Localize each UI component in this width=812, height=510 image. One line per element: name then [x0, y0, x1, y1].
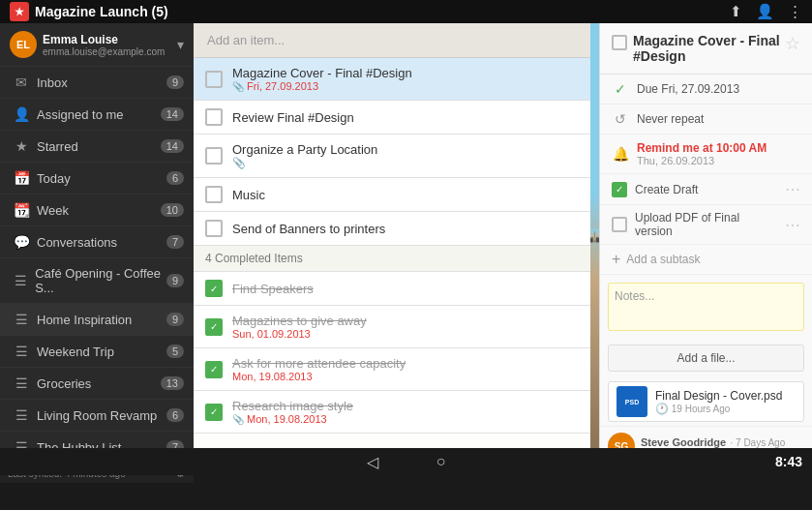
add-item-bar[interactable]: Add an item... — [194, 23, 590, 58]
today-icon: 📅 — [14, 170, 29, 186]
detail-reminder-row[interactable]: 🔔 Remind me at 10:00 AM Thu, 26.09.2013 — [600, 135, 812, 174]
sidebar-label-week: Week — [37, 203, 69, 218]
subtask-2-options[interactable]: ⋯ — [785, 216, 800, 234]
comment-age: · 7 Days Ago — [730, 437, 785, 448]
sidebar-item-home-inspiration[interactable]: ☰ Home Inspiration 9 — [0, 304, 194, 336]
back-button[interactable]: ◁ — [367, 453, 378, 471]
app-logo-icon: ★ — [10, 2, 29, 21]
completed-title-4: Research image style — [232, 399, 579, 413]
detail-repeat-row[interactable]: ↺ Never repeat — [600, 105, 812, 135]
task-title-2: Review Final #Design — [232, 110, 579, 125]
detail-panel: Magazine Cover - Final #Design ☆ ✓ Due F… — [599, 23, 812, 448]
sidebar-label-today: Today — [37, 171, 71, 186]
sidebar-item-living-room[interactable]: ☰ Living Room Revamp 6 — [0, 400, 194, 432]
completed-checkbox-3[interactable]: ✓ — [205, 361, 223, 378]
sidebar-item-week[interactable]: 📆 Week 10 — [0, 195, 194, 226]
sidebar-item-conversations[interactable]: 💬 Conversations 7 — [0, 226, 194, 258]
inbox-icon: ✉ — [14, 75, 29, 90]
subtask-1-row[interactable]: ✓ Create Draft ⋯ — [600, 174, 812, 205]
add-person-icon[interactable]: 👤 — [756, 3, 774, 20]
star-icon[interactable]: ☆ — [785, 33, 800, 54]
detail-main-checkbox[interactable] — [612, 35, 627, 50]
task-list-panel: Add an item... Magazine Cover - Final #D… — [194, 23, 590, 448]
add-subtask-row[interactable]: + Add a subtask — [600, 245, 812, 275]
completed-title-3: Ask for more attendee capacity — [232, 356, 579, 371]
hubby-badge: 7 — [166, 440, 184, 448]
home-button[interactable]: ○ — [436, 453, 446, 470]
sidebar-item-weekend[interactable]: ☰ Weekend Trip 5 — [0, 336, 194, 368]
add-subtask-icon: + — [612, 251, 620, 268]
subtask-1-options[interactable]: ⋯ — [785, 180, 800, 198]
week-icon: 📆 — [14, 202, 29, 218]
completed-checkbox-1[interactable]: ✓ — [205, 280, 223, 297]
share-icon[interactable]: ⬆ — [730, 3, 742, 20]
file-meta: 🕐 19 Hours Ago — [655, 403, 796, 415]
task-checkbox-5[interactable] — [205, 220, 223, 237]
completed-checkbox-2[interactable]: ✓ — [205, 318, 223, 336]
task-item-1[interactable]: Magazine Cover - Final #Design 📎 Fri, 27… — [194, 58, 590, 101]
subtask-2-row[interactable]: Upload PDF of Final version ⋯ — [600, 205, 812, 245]
add-file-button[interactable]: Add a file... — [608, 345, 804, 372]
add-item-placeholder: Add an item... — [207, 33, 285, 47]
status-time: 8:43 — [775, 454, 802, 469]
bottom-nav: ◁ ○ 8:43 — [0, 448, 812, 475]
task-checkbox-2[interactable] — [205, 108, 223, 126]
subtask-1-label: Create Draft — [635, 183, 777, 196]
sidebar-item-today[interactable]: 📅 Today 6 — [0, 163, 194, 195]
week-badge: 10 — [161, 203, 184, 217]
sidebar-label-living-room: Living Room Revamp — [37, 408, 157, 423]
file-item[interactable]: PSD Final Design - Cover.psd 🕐 19 Hours … — [608, 381, 804, 422]
task-item-2[interactable]: Review Final #Design — [194, 101, 590, 135]
task-checkbox-3[interactable] — [205, 147, 223, 165]
sidebar-label-cafe: Café Opening - Coffee S... — [35, 266, 166, 295]
task-item-3[interactable]: Organize a Party Location 📎 — [194, 135, 590, 178]
svg-rect-1 — [594, 231, 595, 237]
groceries-badge: 13 — [161, 376, 184, 390]
completed-checkbox-4[interactable]: ✓ — [205, 404, 223, 421]
detail-due-date: Due Fri, 27.09.2013 — [637, 82, 739, 96]
detail-due-date-row[interactable]: ✓ Due Fri, 27.09.2013 — [600, 75, 812, 105]
inbox-badge: 9 — [166, 75, 184, 89]
task-checkbox-1[interactable] — [205, 71, 223, 88]
svg-point-13 — [591, 239, 592, 241]
completed-task-2[interactable]: ✓ Magazines to give away Sun, 01.09.2013 — [194, 306, 590, 348]
home-inspiration-icon: ☰ — [14, 312, 29, 327]
svg-point-14 — [597, 239, 598, 241]
user-section[interactable]: EL Emma Louise emma.louise@example.com ▾ — [0, 23, 194, 67]
starred-icon: ★ — [14, 138, 29, 154]
detail-header: Magazine Cover - Final #Design ☆ — [600, 23, 812, 75]
sidebar-label-assigned: Assigned to me — [37, 107, 124, 122]
task-item-4[interactable]: Music — [194, 178, 590, 212]
sidebar-item-cafe[interactable]: ☰ Café Opening - Coffee S... 9 — [0, 258, 194, 304]
sidebar-label-home-inspiration: Home Inspiration — [37, 313, 132, 327]
sidebar-item-groceries[interactable]: ☰ Groceries 13 — [0, 368, 194, 400]
repeat-icon: ↺ — [612, 111, 629, 127]
task-title-3: Organize a Party Location — [232, 142, 579, 157]
completed-title-2: Magazines to give away — [232, 314, 579, 328]
file-age: 19 Hours Ago — [672, 404, 731, 414]
notes-area[interactable]: Notes... — [608, 283, 804, 331]
task-checkbox-4[interactable] — [205, 186, 223, 203]
subtask-2-checkbox[interactable] — [612, 217, 627, 232]
completed-task-3[interactable]: ✓ Ask for more attendee capacity Mon, 19… — [194, 348, 590, 391]
completed-task-1[interactable]: ✓ Find Speakers — [194, 272, 590, 306]
file-age-icon: 🕐 — [655, 403, 669, 414]
detail-reminder-sub: Thu, 26.09.2013 — [637, 155, 767, 166]
status-bar: ★ Magazine Launch (5) ⬆ 👤 ⋮ — [0, 0, 812, 23]
more-options-icon[interactable]: ⋮ — [788, 3, 802, 20]
weekend-icon: ☰ — [14, 344, 29, 359]
user-email: emma.louise@example.com — [43, 46, 165, 57]
sidebar-item-inbox[interactable]: ✉ Inbox 9 — [0, 67, 194, 99]
home-inspiration-badge: 9 — [166, 313, 184, 326]
expand-icon[interactable]: ▾ — [177, 37, 184, 52]
sidebar-item-assigned[interactable]: 👤 Assigned to me 14 — [0, 99, 194, 131]
sidebar-item-hubby[interactable]: ☰ The Hubby List 7 — [0, 432, 194, 448]
subtask-1-checkbox[interactable]: ✓ — [612, 182, 627, 197]
completed-task-4[interactable]: ✓ Research image style 📎 Mon, 19.08.2013 — [194, 391, 590, 434]
commenter-avatar: SG — [608, 433, 635, 448]
sidebar-item-starred[interactable]: ★ Starred 14 — [0, 131, 194, 163]
hubby-icon: ☰ — [14, 439, 29, 448]
completed-header: 4 Completed Items — [194, 246, 590, 272]
task-item-5[interactable]: Send of Banners to printers — [194, 212, 590, 246]
commenter-name: Steve Goodridge — [641, 436, 726, 448]
